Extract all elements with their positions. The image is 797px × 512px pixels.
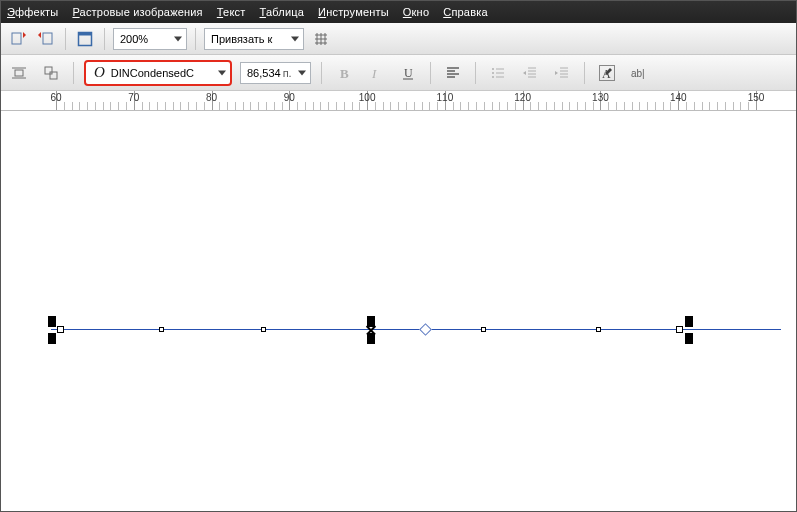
indent-increase-icon[interactable] — [550, 61, 574, 85]
ruler-label: 150 — [748, 92, 765, 103]
menu-help[interactable]: Справка — [443, 6, 488, 18]
menu-raster[interactable]: Растровые изображения — [72, 6, 202, 18]
center-anchor-icon[interactable] — [419, 323, 432, 336]
ruler-label: 130 — [592, 92, 609, 103]
chevron-down-icon — [218, 70, 226, 75]
separator — [73, 62, 74, 84]
ruler-label: 90 — [284, 92, 295, 103]
midpoint-handle[interactable] — [481, 327, 486, 332]
svg-point-12 — [492, 76, 494, 78]
handle-bottom-right[interactable] — [685, 333, 693, 344]
midpoint-handle[interactable] — [596, 327, 601, 332]
separator — [584, 62, 585, 84]
chevron-down-icon — [298, 70, 306, 75]
svg-rect-5 — [45, 67, 52, 74]
align-dropdown-icon[interactable] — [441, 61, 465, 85]
standard-toolbar: 200% Привязать к — [1, 23, 796, 55]
handle-edge-right[interactable] — [676, 326, 683, 333]
svg-text:B: B — [340, 66, 349, 81]
separator — [475, 62, 476, 84]
chevron-down-icon — [174, 36, 182, 41]
ruler-label: 120 — [514, 92, 531, 103]
ruler-label: 140 — [670, 92, 687, 103]
horizontal-ruler[interactable]: 60708090100110120130140150 — [1, 91, 796, 111]
ruler-label: 70 — [128, 92, 139, 103]
bullet-list-icon[interactable] — [486, 61, 510, 85]
midpoint-handle[interactable] — [159, 327, 164, 332]
menu-table[interactable]: Таблица — [260, 6, 305, 18]
object-align-icon[interactable] — [39, 61, 63, 85]
separator — [104, 28, 105, 50]
svg-point-11 — [492, 72, 494, 74]
edit-text-icon[interactable]: ab| — [627, 61, 651, 85]
indent-decrease-icon[interactable] — [518, 61, 542, 85]
font-size-value: 86,534 — [247, 67, 281, 79]
menu-text[interactable]: Текст — [217, 6, 246, 18]
ruler-label: 80 — [206, 92, 217, 103]
snap-grid-icon[interactable] — [310, 28, 332, 50]
ruler-label: 110 — [437, 92, 454, 103]
text-toolbar: O DINCondensedC 86,534 п. B I U A ab| — [1, 55, 796, 91]
character-formatting-icon[interactable]: A — [595, 61, 619, 85]
menu-window[interactable]: Окно — [403, 6, 429, 18]
fullscreen-icon[interactable] — [74, 28, 96, 50]
svg-rect-4 — [15, 70, 23, 76]
snap-combo[interactable]: Привязать к — [204, 28, 304, 50]
svg-text:U: U — [404, 66, 413, 80]
rotation-center-icon[interactable] — [365, 324, 376, 335]
font-name: DINCondensedC — [111, 67, 194, 79]
canvas[interactable] — [1, 111, 796, 511]
handle-bottom-left[interactable] — [48, 333, 56, 344]
export-icon[interactable] — [35, 28, 57, 50]
svg-text:ab|: ab| — [631, 68, 645, 79]
font-size-combo[interactable]: 86,534 п. — [240, 62, 311, 84]
handle-edge-left[interactable] — [57, 326, 64, 333]
separator — [321, 62, 322, 84]
zoom-combo[interactable]: 200% — [113, 28, 187, 50]
font-family-combo[interactable]: O DINCondensedC — [84, 60, 232, 86]
underline-button[interactable]: U — [396, 61, 420, 85]
snap-label: Привязать к — [211, 33, 272, 45]
svg-point-10 — [492, 68, 494, 70]
svg-rect-6 — [50, 72, 57, 79]
import-icon[interactable] — [7, 28, 29, 50]
font-size-unit: п. — [283, 67, 292, 79]
svg-rect-1 — [43, 33, 52, 44]
handle-top-right[interactable] — [685, 316, 693, 327]
zoom-value: 200% — [120, 33, 148, 45]
midpoint-handle[interactable] — [261, 327, 266, 332]
menubar: Эффекты Растровые изображения Текст Табл… — [1, 1, 796, 23]
menu-effects[interactable]: Эффекты — [7, 6, 58, 18]
svg-rect-0 — [12, 33, 21, 44]
bold-button[interactable]: B — [332, 61, 356, 85]
svg-rect-3 — [79, 32, 92, 35]
menu-tools[interactable]: Инструменты — [318, 6, 389, 18]
font-glyph-icon: O — [94, 64, 105, 81]
line-extension — [731, 329, 781, 330]
ruler-label: 60 — [50, 92, 61, 103]
separator — [195, 28, 196, 50]
separator — [65, 28, 66, 50]
italic-button[interactable]: I — [364, 61, 388, 85]
separator — [430, 62, 431, 84]
svg-text:I: I — [371, 66, 377, 81]
selected-text-object[interactable] — [51, 329, 751, 330]
ruler-label: 100 — [359, 92, 376, 103]
handle-top-left[interactable] — [48, 316, 56, 327]
chevron-down-icon — [291, 36, 299, 41]
align-distribute-icon[interactable] — [7, 61, 31, 85]
